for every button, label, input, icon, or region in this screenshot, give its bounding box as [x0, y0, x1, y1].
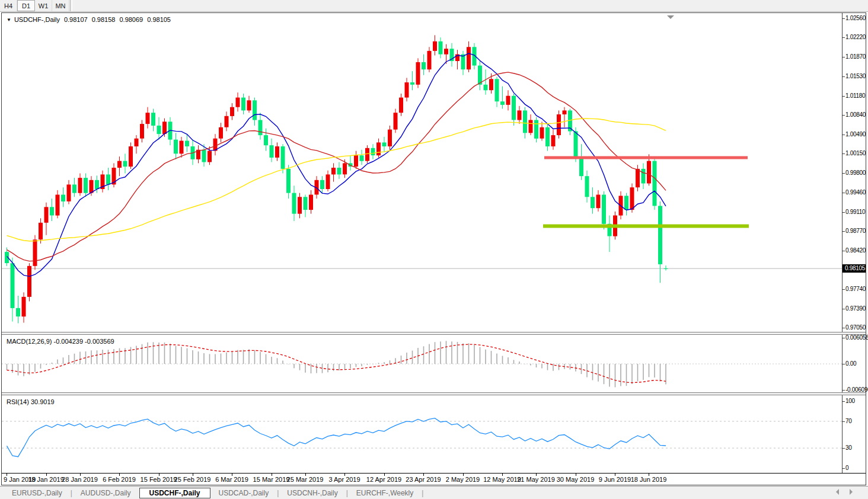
- date-label: 30 May 2019: [557, 476, 595, 483]
- date-label: 12 Apr 2019: [366, 476, 401, 483]
- date-label: 15 Mar 2019: [253, 476, 290, 483]
- price-axis-label: 1.00490: [845, 131, 866, 138]
- rsi-chart[interactable]: [2, 395, 842, 475]
- quote-open: 0.98107: [64, 16, 88, 23]
- quote-close: 0.98105: [147, 16, 171, 23]
- price-axis-label: 0.98420: [845, 247, 866, 254]
- timeframe-d1-button[interactable]: D1: [17, 0, 35, 11]
- date-label: 6 Feb 2019: [103, 476, 136, 483]
- symbol-name: USDCHF-,Daily: [14, 16, 60, 23]
- timeframe-toolbar: H4 D1 W1 MN: [0, 0, 868, 12]
- scroll-tabs-right-icon[interactable]: [850, 489, 853, 495]
- date-axis: 9 Jan 201918 Jan 201928 Jan 20196 Feb 20…: [2, 473, 866, 484]
- date-label: 15 Feb 2019: [141, 476, 177, 483]
- tab-eurusd-daily[interactable]: EURUSD-,Daily: [4, 488, 71, 498]
- price-axis-label: 0.98770: [845, 228, 866, 235]
- date-label: 23 Apr 2019: [406, 476, 441, 483]
- timeframe-w1-button[interactable]: W1: [35, 0, 52, 11]
- price-axis-label: 1.01870: [845, 53, 866, 60]
- tab-eurchf-weekly[interactable]: EURCHF-,Weekly: [348, 488, 422, 498]
- toolbar-separator: [70, 0, 72, 11]
- rsi-indicator-pane[interactable]: RSI(14) 30.9019 10070300: [2, 395, 866, 473]
- date-label: 3 Apr 2019: [328, 476, 360, 483]
- date-label: 28 Jan 2019: [62, 476, 98, 483]
- macd-chart[interactable]: [2, 335, 842, 395]
- tab-usdcad-daily[interactable]: USDCAD-,Daily: [210, 488, 277, 498]
- price-axis: 1.025601.022201.018701.015301.011801.008…: [842, 13, 866, 332]
- timeframe-mn-button[interactable]: MN: [52, 0, 69, 11]
- price-axis-label: 0.99110: [845, 209, 865, 216]
- rsi-axis-label: 0: [845, 465, 848, 472]
- macd-indicator-pane[interactable]: MACD(12,26,9) -0.004239 -0.003569 0.0060…: [2, 335, 866, 392]
- macd-axis-label: 0.00: [845, 360, 856, 367]
- price-chart-pane[interactable]: ▼ USDCHF-,Daily 0.98107 0.98158 0.98069 …: [2, 13, 866, 332]
- date-label: 18 Jan 2019: [28, 476, 64, 483]
- tab-usdcnh-daily[interactable]: USDCNH-,Daily: [279, 488, 346, 498]
- tab-separator: |: [422, 489, 423, 497]
- price-axis-label: 0.99800: [845, 169, 866, 177]
- rsi-label: RSI(14) 30.9019: [7, 398, 55, 405]
- date-label: 21 May 2019: [517, 476, 555, 483]
- symbol-tab-bar: EURUSD-,Daily| AUDUSD-,Daily USDCHF-,Dai…: [0, 486, 868, 499]
- symbol-dropdown-icon[interactable]: ▼: [7, 17, 11, 23]
- current-price-badge: 0.98105: [843, 264, 866, 273]
- tab-audusd-daily[interactable]: AUDUSD-,Daily: [72, 488, 139, 498]
- scroll-tabs-left-icon[interactable]: [836, 489, 839, 495]
- macd-axis-label: 0.006058: [845, 334, 868, 341]
- price-axis-label: 1.00840: [845, 111, 866, 119]
- price-axis-label: 1.00150: [845, 150, 866, 157]
- timeframe-h4-button[interactable]: H4: [0, 0, 17, 11]
- price-axis-label: 0.97390: [845, 305, 866, 312]
- macd-label: MACD(12,26,9) -0.004239 -0.003569: [7, 338, 114, 345]
- price-axis-label: 0.97050: [845, 324, 866, 331]
- date-label: 6 Mar 2019: [215, 476, 248, 483]
- chart-window: ▼ USDCHF-,Daily 0.98107 0.98158 0.98069 …: [1, 12, 866, 485]
- chart-title: ▼ USDCHF-,Daily 0.98107 0.98158 0.98069 …: [7, 16, 171, 23]
- quote-low: 0.98069: [119, 16, 143, 23]
- price-axis-label: 1.02560: [845, 15, 866, 22]
- candlestick-chart[interactable]: [2, 13, 842, 334]
- rsi-axis-label: 100: [845, 398, 855, 405]
- quote-high: 0.98158: [92, 16, 116, 23]
- tab-usdchf-daily[interactable]: USDCHF-,Daily: [139, 488, 210, 498]
- price-axis-label: 1.01180: [845, 92, 865, 100]
- rsi-axis-label: 70: [845, 418, 852, 425]
- date-label: 18 Jun 2019: [631, 476, 667, 483]
- date-label: 2 May 2019: [446, 476, 480, 483]
- date-label: 9 Jun 2019: [599, 476, 631, 483]
- rsi-axis: 10070300: [842, 395, 866, 473]
- chart-shift-marker: [667, 15, 674, 19]
- price-axis-label: 0.99460: [845, 189, 866, 196]
- date-label: 12 May 2019: [483, 476, 521, 483]
- date-label: 25 Mar 2019: [287, 476, 324, 483]
- macd-axis: 0.0060580.00-0.006096: [842, 335, 866, 392]
- rsi-axis-label: 30: [845, 444, 852, 452]
- application-window: H4 D1 W1 MN ▼ USDCHF-,Daily 0.98107 0.98…: [0, 0, 868, 499]
- price-axis-label: 1.02220: [845, 34, 866, 41]
- date-label: 25 Feb 2019: [174, 476, 211, 483]
- price-axis-label: 0.97740: [845, 286, 866, 293]
- price-axis-label: 1.01530: [845, 73, 866, 80]
